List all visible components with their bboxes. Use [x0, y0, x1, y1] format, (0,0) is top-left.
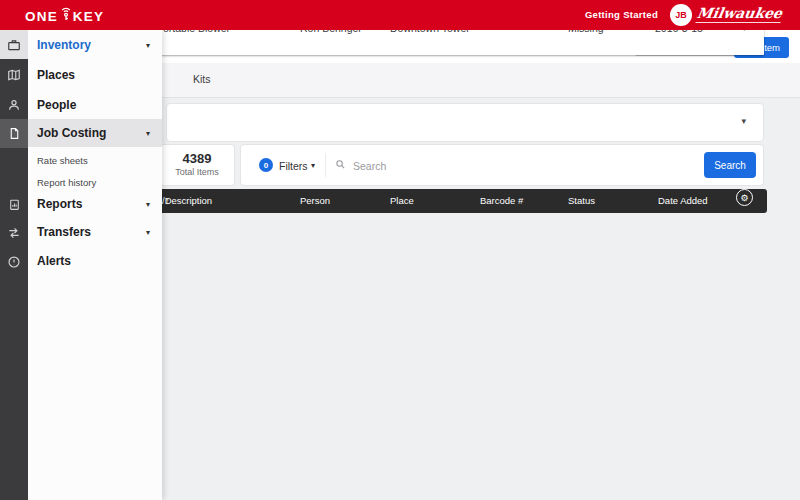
menu-item-job-costing[interactable]: Job Costing ▾ — [28, 119, 162, 147]
column-barcode[interactable]: Barcode # — [480, 189, 523, 213]
panel-expand-caret[interactable]: ▾ — [741, 116, 746, 126]
document-icon — [8, 127, 21, 140]
filters-count-badge: 0 — [259, 158, 273, 172]
sidebar-item-reports[interactable] — [0, 190, 28, 219]
alert-circle-icon — [7, 255, 21, 269]
sidebar-item-people[interactable] — [0, 90, 28, 119]
name-header-label: /Description — [162, 189, 212, 213]
person-icon — [7, 98, 21, 112]
getting-started-link[interactable]: Getting Started — [585, 9, 658, 20]
menu-item-label: Alerts — [37, 254, 71, 268]
sidebar-item-transfers[interactable] — [0, 218, 28, 247]
menu-subitem-label: Report history — [37, 177, 96, 188]
app-window: Download report Add item Kits ▾ 4389 Tot… — [0, 0, 800, 500]
menu-item-inventory[interactable]: Inventory ▾ — [28, 30, 162, 60]
user-avatar[interactable]: JB — [670, 4, 692, 26]
toolbox-icon — [7, 38, 21, 52]
chevron-down-icon: ▾ — [146, 129, 150, 138]
menu-item-label: Transfers — [37, 225, 91, 239]
search-icon — [335, 159, 346, 170]
chevron-down-icon: ▾ — [146, 228, 150, 237]
chevron-down-icon: ▾ — [146, 41, 150, 50]
map-icon — [7, 68, 21, 82]
search-filter-bar: 0 Filters ▾ Search — [240, 144, 764, 186]
sort-ascending-icon: ↑ — [165, 189, 170, 213]
sidebar-icon-rail — [0, 30, 28, 500]
menu-item-label: Places — [37, 68, 75, 82]
menu-item-places[interactable]: Places — [28, 60, 162, 90]
key-signal-icon — [60, 6, 72, 24]
tab-kits[interactable]: Kits — [193, 73, 211, 85]
menu-item-label: Job Costing — [37, 126, 106, 140]
menu-item-transfers[interactable]: Transfers ▾ — [28, 218, 162, 246]
search-input[interactable] — [351, 154, 685, 178]
total-items-count: 4389 — [160, 151, 234, 166]
transfer-arrows-icon — [7, 226, 21, 240]
logo-text-key: KEY — [73, 9, 104, 24]
total-items-card: 4389 Total Items — [159, 144, 235, 186]
filters-button[interactable]: Filters — [279, 160, 308, 172]
one-key-logo[interactable]: ONE KEY — [25, 6, 104, 24]
menu-item-label: Reports — [37, 197, 82, 211]
sidebar-item-places[interactable] — [0, 60, 28, 89]
sidebar-item-inventory[interactable] — [0, 30, 28, 59]
menu-item-label: People — [37, 98, 76, 112]
collapsed-filter-panel[interactable]: ▾ — [166, 103, 764, 142]
top-app-bar: ONE KEY Getting Started JB Milwaukee — [0, 0, 800, 30]
divider — [325, 153, 326, 177]
column-status[interactable]: Status — [568, 189, 595, 213]
nav-flyout-menu: Inventory ▾ Places People Job Costing ▾ … — [28, 30, 162, 500]
column-date-added[interactable]: Date Added — [658, 189, 708, 213]
menu-item-reports[interactable]: Reports ▾ — [28, 190, 162, 218]
menu-subitem-label: Rate sheets — [37, 155, 88, 166]
search-button[interactable]: Search — [704, 152, 756, 178]
filters-caret-icon[interactable]: ▾ — [311, 161, 315, 170]
menu-item-label: Inventory — [37, 38, 91, 52]
report-chart-icon — [8, 198, 21, 211]
sidebar-item-alerts[interactable] — [0, 247, 28, 276]
table-header: /Description↑ Person Place Barcode # Sta… — [150, 189, 767, 213]
column-person[interactable]: Person — [300, 189, 330, 213]
total-items-label: Total Items — [160, 167, 234, 177]
menu-item-alerts[interactable]: Alerts — [28, 247, 162, 275]
chevron-down-icon: ▾ — [146, 200, 150, 209]
menu-item-people[interactable]: People — [28, 90, 162, 119]
milwaukee-logo: Milwaukee — [695, 5, 783, 23]
logo-text-one: ONE — [25, 9, 58, 24]
menu-item-rate-sheets[interactable]: Rate sheets — [28, 150, 162, 171]
column-place[interactable]: Place — [390, 189, 414, 213]
sidebar-item-job-costing[interactable] — [0, 119, 28, 148]
table-settings-gear-icon[interactable]: ⚙ — [736, 189, 753, 206]
